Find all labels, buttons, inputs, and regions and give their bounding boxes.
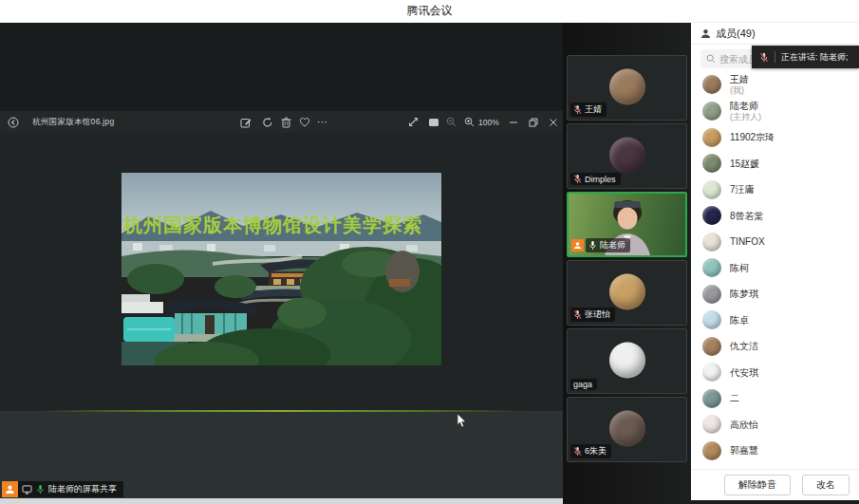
fit-window-icon[interactable]: [428, 111, 439, 133]
more-options-icon[interactable]: ⋯: [317, 111, 328, 133]
avatar: [702, 128, 721, 147]
video-thumbnail[interactable]: 6朱美: [567, 397, 687, 462]
rename-button[interactable]: 改名: [802, 475, 850, 495]
member-row[interactable]: 8曾若棠: [691, 203, 859, 230]
avatar: [702, 441, 721, 460]
viewer-filename: 杭州国家版本馆06.jpg: [32, 111, 115, 133]
avatar: [702, 102, 721, 121]
member-role: (主持人): [730, 112, 761, 121]
unmute-button[interactable]: 解除静音: [724, 475, 791, 495]
window-titlebar: 腾讯会议: [0, 0, 859, 23]
member-name: 高欣怡: [730, 420, 758, 431]
avatar: [702, 285, 721, 304]
participant-name: 陆老师: [600, 239, 626, 252]
member-name: TINFOX: [730, 236, 765, 248]
member-name: 陆老师: [730, 101, 761, 112]
avatar: [702, 389, 721, 408]
participant-name: 6朱美: [585, 445, 607, 457]
member-name: 8曾若棠: [730, 211, 764, 222]
member-name: 11902宗琦: [730, 132, 775, 143]
rotate-icon[interactable]: [262, 111, 273, 133]
image-viewer-window: 杭州国家版本馆06.jpg ⋯: [0, 111, 563, 411]
fullscreen-icon[interactable]: [408, 111, 419, 133]
zoom-out-icon[interactable]: [446, 111, 457, 133]
taskbar-strip: [0, 498, 563, 504]
avatar: [702, 258, 721, 277]
member-row[interactable]: 7汪庸: [691, 177, 859, 203]
restore-icon[interactable]: [529, 111, 538, 133]
avatar: [702, 154, 721, 173]
member-name: 15赵媛: [730, 159, 759, 170]
member-row[interactable]: 王婧(我): [691, 71, 859, 98]
member-row[interactable]: 仇文洁: [691, 333, 859, 360]
member-row[interactable]: 代安琪: [691, 360, 859, 386]
speaking-indicator-tooltip: 正在讲话: 陆老师;: [752, 46, 859, 68]
minimize-icon[interactable]: [509, 111, 518, 133]
avatar: [702, 337, 721, 356]
avatar: [609, 273, 645, 309]
avatar: [609, 410, 645, 446]
avatar: [702, 206, 721, 225]
members-panel-title: 成员(49): [716, 27, 756, 41]
member-list: 王婧(我)陆老师(主持人)11902宗琦15赵媛7汪庸8曾若棠TINFOX陈柯陈…: [691, 71, 859, 469]
members-icon: [700, 28, 711, 39]
member-row[interactable]: 陈柯: [691, 255, 859, 282]
member-row[interactable]: 二: [691, 385, 859, 412]
favorite-heart-icon[interactable]: [299, 111, 310, 133]
screen-share-label: 陆老师的屏幕共享: [48, 483, 117, 495]
avatar: [702, 75, 721, 94]
avatar: [702, 363, 721, 382]
edit-icon[interactable]: [240, 111, 252, 133]
member-row[interactable]: 11902宗琦: [691, 124, 859, 151]
search-icon: [706, 54, 716, 64]
participant-name: Dimples: [585, 175, 616, 184]
muted-mic-icon: [573, 309, 582, 320]
presenter-icon: [2, 481, 18, 497]
avatar: [702, 180, 721, 199]
member-row[interactable]: 15赵媛: [691, 151, 859, 177]
participant-name: 张珺怡: [585, 308, 610, 321]
video-thumbnail[interactable]: Dimples: [567, 123, 687, 189]
delete-icon[interactable]: [281, 111, 291, 133]
avatar: [702, 233, 721, 252]
video-thumbnail[interactable]: gaga: [567, 328, 687, 394]
video-thumbnail[interactable]: 王婧: [567, 55, 687, 121]
member-row[interactable]: 高欣怡: [691, 412, 859, 439]
image-viewer-toolbar: 杭州国家版本馆06.jpg ⋯: [0, 111, 563, 133]
member-row[interactable]: 郭嘉慧: [691, 438, 859, 464]
screen-share-banner: 陆老师的屏幕共享: [2, 481, 123, 497]
photo-title-overlay: 杭州国家版本博物馆设计美学探索: [123, 213, 441, 238]
member-row[interactable]: TINFOX: [691, 229, 859, 255]
mic-icon: [588, 240, 597, 251]
zoom-in-icon[interactable]: [464, 111, 475, 133]
screen-icon: [22, 481, 32, 498]
video-thumbnail[interactable]: 陆老师: [567, 192, 687, 257]
museum-photo-illustration: [121, 173, 441, 365]
window-title: 腾讯会议: [407, 3, 453, 19]
thumbnail-strip: 王婧Dimples陆老师张珺怡gaga6朱美: [563, 23, 691, 504]
member-row[interactable]: 陈梦琪: [691, 281, 859, 308]
mic-active-icon: [36, 481, 45, 498]
member-row[interactable]: 陆老师(主持人): [691, 98, 859, 124]
viewer-back-icon[interactable]: [8, 111, 19, 133]
host-badge-icon: [571, 239, 584, 252]
participant-name: gaga: [573, 380, 592, 389]
muted-mic-icon: [573, 174, 582, 184]
mouse-cursor: [457, 414, 467, 432]
participant-name: 王婧: [585, 103, 602, 116]
close-icon[interactable]: [549, 111, 558, 133]
members-panel-header: 成员(49): [691, 23, 859, 45]
members-panel-footer: 解除静音 改名: [691, 469, 859, 500]
screen-share-area: 杭州国家版本馆06.jpg ⋯: [0, 23, 563, 504]
avatar: [609, 342, 645, 378]
avatar: [702, 310, 721, 329]
muted-mic-icon: [759, 52, 769, 63]
shared-photo: 杭州国家版本博物馆设计美学探索: [121, 173, 441, 365]
member-name: 代安琪: [730, 367, 758, 379]
member-name: 二: [730, 393, 739, 404]
member-row[interactable]: 陈卓: [691, 308, 859, 334]
video-thumbnail[interactable]: 张珺怡: [567, 260, 687, 326]
member-name: 仇文洁: [730, 341, 758, 352]
muted-mic-icon: [573, 446, 582, 457]
avatar: [702, 415, 721, 434]
